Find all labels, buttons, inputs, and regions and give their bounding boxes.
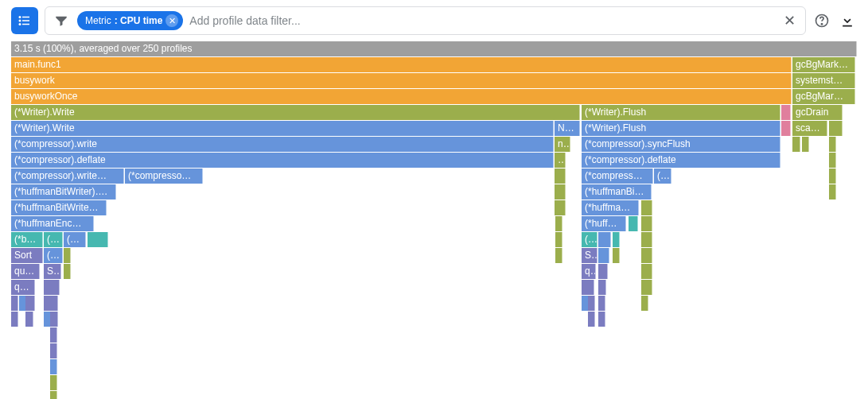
flame-bar[interactable] bbox=[582, 280, 594, 295]
flame-bar[interactable] bbox=[598, 232, 611, 247]
flame-bar[interactable] bbox=[588, 312, 595, 327]
flame-bar[interactable]: (*compressor).write… bbox=[11, 169, 124, 184]
flame-bar[interactable]: (*Writer).Write bbox=[11, 121, 554, 136]
flame-bar[interactable]: (*compressor).deflate bbox=[582, 153, 780, 168]
flame-bar[interactable] bbox=[64, 248, 71, 263]
flame-bar[interactable] bbox=[11, 312, 18, 327]
flame-bar[interactable] bbox=[588, 296, 595, 311]
flame-bar[interactable] bbox=[802, 137, 809, 152]
flame-bar[interactable]: scan… bbox=[792, 121, 827, 136]
flame-bar[interactable]: (*Writer).Flush bbox=[582, 121, 780, 136]
flame-bar[interactable] bbox=[555, 169, 566, 184]
flame-bar[interactable]: systemst… bbox=[792, 73, 855, 88]
flame-bar[interactable] bbox=[598, 296, 605, 311]
flame-bar[interactable] bbox=[613, 248, 620, 263]
flame-bar[interactable]: (*huffmanBi… bbox=[582, 184, 652, 200]
filter-input[interactable]: Add profile data filter... bbox=[189, 14, 774, 27]
flame-bar[interactable] bbox=[629, 216, 638, 231]
flame-bar[interactable]: (*compressor).deflate bbox=[11, 153, 554, 168]
list-view-button[interactable] bbox=[11, 7, 38, 34]
flame-bar[interactable]: (*huffmanBitWriter)…. bbox=[11, 184, 116, 200]
flame-bar[interactable] bbox=[829, 137, 836, 152]
flame-bar[interactable] bbox=[25, 312, 33, 327]
flame-bar[interactable] bbox=[11, 296, 18, 311]
flame-bar[interactable]: Ne… bbox=[555, 121, 580, 136]
flame-bar[interactable] bbox=[64, 264, 71, 279]
flame-bar[interactable]: gcBgMar… bbox=[792, 89, 855, 104]
flame-bar[interactable]: (*… bbox=[44, 248, 63, 263]
flame-bar[interactable] bbox=[50, 391, 57, 399]
flame-bar[interactable]: 3.15 s (100%), averaged over 250 profile… bbox=[11, 41, 857, 56]
flame-bar[interactable]: (*compressor).syncFlush bbox=[582, 137, 780, 152]
flame-bar[interactable]: … bbox=[555, 153, 566, 168]
metric-chip[interactable]: Metric : CPU time ✕ bbox=[77, 11, 183, 30]
flame-bar[interactable] bbox=[829, 153, 836, 168]
flame-bar[interactable]: (*… bbox=[654, 169, 671, 184]
flame-bar[interactable]: (*compresso… bbox=[125, 169, 203, 184]
flame-bar[interactable] bbox=[555, 216, 562, 231]
flame-bar[interactable]: (*compress… bbox=[582, 169, 653, 184]
flame-bar[interactable]: (*Writer).Write bbox=[11, 105, 580, 120]
flame-bar[interactable]: n… bbox=[555, 137, 570, 152]
flame-bar[interactable]: (*huffma… bbox=[582, 200, 639, 215]
flame-bar[interactable] bbox=[25, 296, 35, 311]
flame-bar[interactable] bbox=[50, 359, 57, 374]
flame-bar[interactable] bbox=[641, 200, 652, 215]
flame-bar[interactable] bbox=[555, 200, 566, 215]
flame-bar[interactable]: (… bbox=[582, 232, 597, 247]
filter-bar[interactable]: Metric : CPU time ✕ Add profile data fil… bbox=[45, 6, 806, 35]
flame-bar[interactable] bbox=[555, 248, 562, 263]
chip-remove-icon[interactable]: ✕ bbox=[165, 14, 178, 27]
flame-bar[interactable]: gcBgMark… bbox=[792, 57, 855, 72]
flame-bar[interactable]: (*… bbox=[44, 232, 63, 247]
flame-bar[interactable]: qui… bbox=[11, 264, 40, 279]
flame-bar[interactable] bbox=[781, 121, 791, 136]
flame-bar[interactable]: (*… bbox=[64, 232, 86, 247]
flame-bar[interactable]: (*Writer).Flush bbox=[582, 105, 780, 120]
filter-icon[interactable] bbox=[52, 11, 71, 30]
flame-bar[interactable]: (*huffmanBitWrite… bbox=[11, 200, 107, 215]
flame-bar[interactable]: gcDrain bbox=[792, 105, 843, 120]
flame-graph[interactable]: 3.15 s (100%), averaged over 250 profile… bbox=[11, 41, 857, 399]
flame-bar[interactable]: main.func1 bbox=[11, 57, 792, 72]
flame-bar[interactable] bbox=[792, 137, 800, 152]
flame-bar[interactable] bbox=[641, 296, 648, 311]
flame-bar[interactable]: q… bbox=[11, 280, 35, 295]
flame-bar[interactable] bbox=[598, 280, 606, 295]
flame-bar[interactable]: S… bbox=[582, 248, 597, 263]
flame-bar[interactable] bbox=[555, 184, 566, 200]
flame-bar[interactable] bbox=[781, 105, 791, 120]
flame-bar[interactable] bbox=[829, 169, 836, 184]
flame-bar[interactable] bbox=[555, 232, 562, 247]
help-button[interactable] bbox=[812, 11, 831, 30]
flame-bar[interactable] bbox=[88, 232, 108, 247]
flame-bar[interactable] bbox=[44, 280, 60, 295]
flame-bar[interactable] bbox=[50, 375, 57, 390]
flame-bar[interactable]: (*by… bbox=[11, 232, 43, 247]
flame-bar[interactable] bbox=[50, 312, 58, 327]
flame-bar[interactable]: (*compressor).write bbox=[11, 137, 554, 152]
flame-bar[interactable] bbox=[598, 248, 609, 263]
flame-bar[interactable] bbox=[829, 184, 836, 200]
flame-bar[interactable] bbox=[613, 232, 620, 247]
flame-bar[interactable]: busyworkOnce bbox=[11, 89, 792, 104]
flame-bar[interactable]: (*huff… bbox=[582, 216, 626, 231]
flame-bar[interactable] bbox=[641, 232, 652, 247]
flame-bar[interactable] bbox=[835, 121, 843, 136]
flame-bar[interactable] bbox=[641, 264, 652, 279]
flame-bar[interactable] bbox=[641, 248, 652, 263]
download-button[interactable] bbox=[838, 11, 857, 30]
flame-bar[interactable] bbox=[641, 216, 652, 231]
clear-filters-button[interactable]: ✕ bbox=[780, 12, 799, 29]
flame-bar[interactable] bbox=[44, 296, 58, 311]
flame-bar[interactable] bbox=[598, 312, 605, 327]
flame-bar[interactable] bbox=[50, 343, 57, 358]
flame-bar[interactable]: q… bbox=[582, 264, 596, 279]
flame-bar[interactable]: busywork bbox=[11, 73, 792, 88]
flame-bar[interactable]: Sort bbox=[11, 248, 43, 263]
flame-bar[interactable] bbox=[641, 280, 652, 295]
flame-bar[interactable] bbox=[50, 327, 57, 343]
flame-bar[interactable]: S… bbox=[44, 264, 61, 279]
flame-bar[interactable] bbox=[598, 264, 608, 279]
flame-bar[interactable]: (*huffmanEnc… bbox=[11, 216, 94, 231]
